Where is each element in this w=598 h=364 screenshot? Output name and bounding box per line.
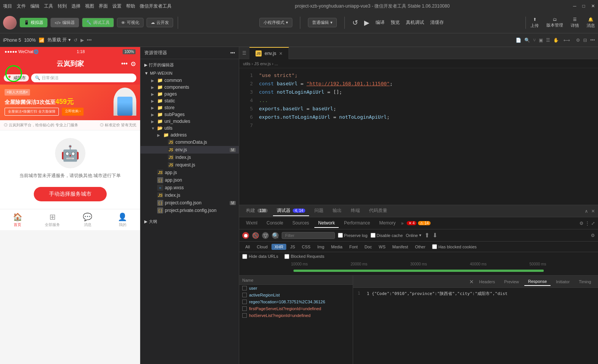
response-close-btn[interactable]: ✕ <box>469 279 474 285</box>
tab-response[interactable]: Response <box>524 278 551 286</box>
tab-headers[interactable]: Headers <box>475 278 499 286</box>
file-project-config-json[interactable]: {.} project.config.json M <box>140 199 239 207</box>
file-env-js[interactable]: JS env.js M <box>140 146 239 154</box>
code-content-area[interactable]: 1234567 "use strict"; const baseUrl = "h… <box>239 68 598 205</box>
blocked-cookies-checkbox[interactable]: Has blocked cookies <box>432 244 477 249</box>
tab-build[interactable]: 构建 138 <box>242 206 271 216</box>
more-icon[interactable]: ••• <box>87 38 92 43</box>
user-avatar[interactable] <box>3 16 17 30</box>
file-app-json[interactable]: {.} app.json <box>140 176 239 184</box>
search-icon-btn[interactable]: 🔍 <box>524 38 530 43</box>
row-checkbox-regeo[interactable] <box>242 300 247 304</box>
open-editors-section[interactable]: ▶ 打开的编辑器 <box>140 61 239 69</box>
file-commondata-js[interactable]: JS commonData.js <box>140 138 239 146</box>
folder-common[interactable]: ▶ 📁 common <box>140 77 239 84</box>
filter-xhr[interactable]: XHR <box>271 244 286 250</box>
tab-code-quality[interactable]: 代码质量 <box>365 206 391 216</box>
search-network-btn[interactable]: 🔍 <box>272 232 279 239</box>
dots-icon[interactable]: ••• <box>121 60 128 67</box>
detail-btn[interactable]: ☰ 详情 <box>571 17 579 28</box>
menu-item-edit[interactable]: 编辑 <box>30 3 39 9</box>
tab-output[interactable]: 输出 <box>329 206 346 216</box>
blocked-cookies-check[interactable] <box>432 244 437 249</box>
menu-item-project[interactable]: 项目 <box>3 3 12 9</box>
online-mode-selector[interactable]: Online ▾ <box>406 233 421 238</box>
menu-item-view[interactable]: 视图 <box>85 3 94 9</box>
preview-btn[interactable]: 预览 <box>391 19 400 26</box>
pages-icon-btn[interactable]: ▣ <box>539 38 543 43</box>
menu-item-goto[interactable]: 转到 <box>58 3 67 9</box>
devtools-chevron-up-icon[interactable]: ∧ <box>585 209 588 214</box>
tab-home[interactable]: 🏠 首页 <box>0 209 35 230</box>
tab-timing[interactable]: Timing <box>575 278 595 286</box>
mp-weixin-section[interactable]: ▼ MP-WEIXIN <box>140 69 239 77</box>
select-city-button[interactable]: 手动选择服务城市 <box>34 187 107 201</box>
disable-cache-checkbox[interactable]: Disable cache <box>371 233 403 238</box>
tab-console[interactable]: Console <box>263 219 287 228</box>
hot-reload-btn[interactable]: 热重载 开 ▾ <box>47 37 71 43</box>
import-icon[interactable]: ⬆ <box>424 232 429 239</box>
maximize-btn[interactable]: □ <box>582 3 585 9</box>
hide-data-urls-check[interactable] <box>242 254 247 259</box>
tab-profile[interactable]: 👤 我的 <box>105 209 140 230</box>
menu-item-wechat-tools[interactable]: 微信开发者工具 <box>140 3 172 9</box>
device-debug-btn[interactable]: 真机调试 <box>406 19 424 26</box>
split-icon-btn[interactable]: ⊟ <box>583 38 587 43</box>
rotate-icon[interactable]: ↺ <box>74 38 77 43</box>
request-row-activeregionlist[interactable]: activeRegionList <box>239 292 353 298</box>
folder-components[interactable]: ▶ 📁 components <box>140 84 239 91</box>
outline-section[interactable]: ▶ 大纲 <box>140 217 239 226</box>
file-icon-btn[interactable]: 📄 <box>516 38 521 43</box>
file-app-wxss[interactable]: ≈ app.wxss <box>140 184 239 191</box>
list-icon-btn[interactable]: ☰ <box>546 38 550 43</box>
folder-address[interactable]: ▶ 📁 address <box>140 132 239 138</box>
folder-utils[interactable]: ▼ 📂 utils <box>140 125 239 132</box>
visual-btn[interactable]: 👁 可视化 <box>117 18 144 27</box>
preserve-log-checkbox[interactable]: Preserve log <box>338 233 368 238</box>
network-filter-input[interactable] <box>282 232 335 239</box>
more-network-icon[interactable]: ⋮ <box>585 221 590 226</box>
tab-preview[interactable]: Preview <box>500 278 523 286</box>
tab-sources[interactable]: Sources <box>289 219 313 228</box>
code-editor-text[interactable]: "use strict"; const baseUrl = "http://19… <box>254 68 598 205</box>
filter-img[interactable]: Img <box>314 244 327 250</box>
settings-network-icon[interactable]: ⚙ <box>579 221 584 226</box>
branch-icon-btn[interactable]: ⑂ <box>533 38 536 43</box>
request-row-firstpage[interactable]: firstPageServeList?regionId=undefined <box>239 305 353 312</box>
filter-icon-btn[interactable]: ▽ <box>262 232 269 239</box>
filter-css[interactable]: CSS <box>299 244 314 250</box>
blocked-requests-check[interactable] <box>284 254 289 259</box>
file-index-js-root[interactable]: JS index.js <box>140 191 239 199</box>
row-checkbox-hot[interactable] <box>242 313 247 318</box>
upload-btn[interactable]: ⬆ 上传 <box>530 17 539 28</box>
request-row-user[interactable]: user <box>239 285 353 292</box>
clear-cache-btn[interactable]: 清缓存 <box>430 19 444 26</box>
tab-services[interactable]: ⊞ 全部服务 <box>35 209 70 230</box>
message-btn[interactable]: 🔔 消息 <box>587 17 595 28</box>
tab-env-js[interactable]: JS env.js × <box>249 47 289 59</box>
disable-cache-check[interactable] <box>371 233 376 238</box>
clear-network-btn[interactable]: 🚫 <box>252 232 259 239</box>
response-content-area[interactable]: 1 1 {"Code":"0910","province":"陕西省","cit… <box>353 288 598 364</box>
folder-static[interactable]: ▶ 📁 static <box>140 97 239 104</box>
menu-item-file[interactable]: 文件 <box>17 3 26 9</box>
sidebar-toggle-icon[interactable]: ☰ <box>239 50 249 56</box>
explorer-more-icon[interactable]: ••• <box>230 50 235 56</box>
filter-media[interactable]: Media <box>328 244 346 250</box>
close-btn[interactable]: ✕ <box>591 3 595 9</box>
phone-location-btn[interactable]: 📍 咸阳市 <box>4 74 29 82</box>
menu-item-select[interactable]: 选择 <box>71 3 80 9</box>
tab-debugger[interactable]: 调试器 4, 14 <box>273 206 309 216</box>
row-checkbox-first[interactable] <box>242 306 247 311</box>
hand-icon-btn[interactable]: ✋ <box>553 38 559 43</box>
editor-btn[interactable]: </> 编辑器 <box>50 18 79 27</box>
more-dots-btn[interactable]: ••• <box>590 38 595 43</box>
filter-ws[interactable]: WS <box>376 244 389 250</box>
menu-item-help[interactable]: 帮助 <box>126 3 135 9</box>
request-row-hotserve[interactable]: hotServeList?regionId=undefined <box>239 312 353 319</box>
tab-memory[interactable]: Memory <box>376 219 399 228</box>
tab-network[interactable]: Network <box>314 219 339 228</box>
edit-mode-selector[interactable]: 普通编辑 ▾ <box>308 18 337 27</box>
folder-store[interactable]: ▶ 📁 store <box>140 104 239 111</box>
file-project-private-config-json[interactable]: {.} project.private.config.json <box>140 207 239 214</box>
